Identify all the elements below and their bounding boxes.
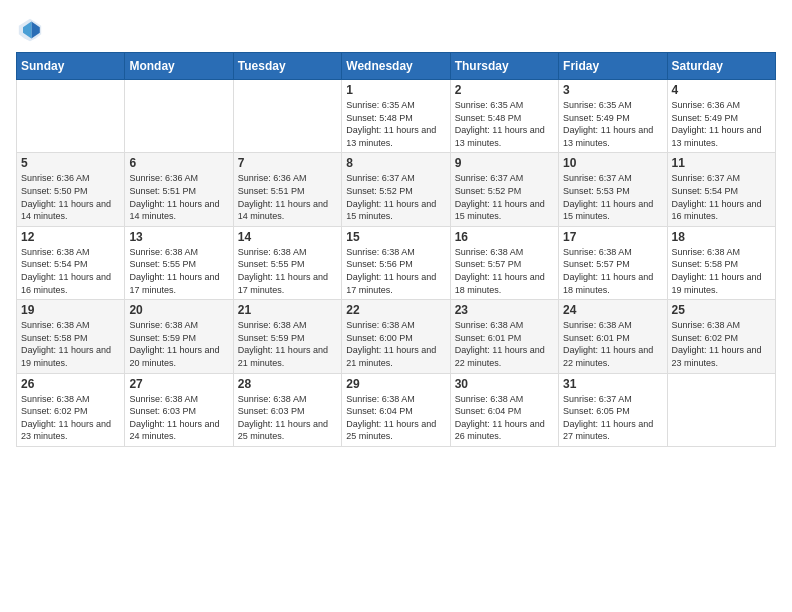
day-info: Sunrise: 6:38 AMSunset: 5:58 PMDaylight:… <box>21 319 120 369</box>
calendar-cell <box>667 373 775 446</box>
calendar-week-row: 1Sunrise: 6:35 AMSunset: 5:48 PMDaylight… <box>17 80 776 153</box>
day-info: Sunrise: 6:38 AMSunset: 5:58 PMDaylight:… <box>672 246 771 296</box>
day-number: 21 <box>238 303 337 317</box>
day-info: Sunrise: 6:36 AMSunset: 5:49 PMDaylight:… <box>672 99 771 149</box>
day-info: Sunrise: 6:37 AMSunset: 5:52 PMDaylight:… <box>346 172 445 222</box>
calendar-cell: 15Sunrise: 6:38 AMSunset: 5:56 PMDayligh… <box>342 226 450 299</box>
day-info: Sunrise: 6:38 AMSunset: 6:04 PMDaylight:… <box>346 393 445 443</box>
calendar-cell: 23Sunrise: 6:38 AMSunset: 6:01 PMDayligh… <box>450 300 558 373</box>
page-header <box>16 16 776 44</box>
day-info: Sunrise: 6:38 AMSunset: 5:54 PMDaylight:… <box>21 246 120 296</box>
calendar-cell: 29Sunrise: 6:38 AMSunset: 6:04 PMDayligh… <box>342 373 450 446</box>
calendar-table: SundayMondayTuesdayWednesdayThursdayFrid… <box>16 52 776 447</box>
day-info: Sunrise: 6:37 AMSunset: 5:52 PMDaylight:… <box>455 172 554 222</box>
day-header-sunday: Sunday <box>17 53 125 80</box>
day-info: Sunrise: 6:38 AMSunset: 5:56 PMDaylight:… <box>346 246 445 296</box>
day-info: Sunrise: 6:37 AMSunset: 5:53 PMDaylight:… <box>563 172 662 222</box>
day-number: 18 <box>672 230 771 244</box>
calendar-week-row: 19Sunrise: 6:38 AMSunset: 5:58 PMDayligh… <box>17 300 776 373</box>
day-info: Sunrise: 6:38 AMSunset: 6:02 PMDaylight:… <box>21 393 120 443</box>
calendar-cell: 30Sunrise: 6:38 AMSunset: 6:04 PMDayligh… <box>450 373 558 446</box>
day-header-wednesday: Wednesday <box>342 53 450 80</box>
day-number: 6 <box>129 156 228 170</box>
day-number: 23 <box>455 303 554 317</box>
calendar-cell: 5Sunrise: 6:36 AMSunset: 5:50 PMDaylight… <box>17 153 125 226</box>
calendar-cell: 19Sunrise: 6:38 AMSunset: 5:58 PMDayligh… <box>17 300 125 373</box>
day-info: Sunrise: 6:38 AMSunset: 6:01 PMDaylight:… <box>563 319 662 369</box>
day-info: Sunrise: 6:35 AMSunset: 5:48 PMDaylight:… <box>455 99 554 149</box>
calendar-cell: 24Sunrise: 6:38 AMSunset: 6:01 PMDayligh… <box>559 300 667 373</box>
calendar-cell <box>233 80 341 153</box>
calendar-cell: 8Sunrise: 6:37 AMSunset: 5:52 PMDaylight… <box>342 153 450 226</box>
calendar-cell: 31Sunrise: 6:37 AMSunset: 6:05 PMDayligh… <box>559 373 667 446</box>
day-number: 5 <box>21 156 120 170</box>
day-header-tuesday: Tuesday <box>233 53 341 80</box>
day-number: 4 <box>672 83 771 97</box>
calendar-cell: 9Sunrise: 6:37 AMSunset: 5:52 PMDaylight… <box>450 153 558 226</box>
day-info: Sunrise: 6:36 AMSunset: 5:50 PMDaylight:… <box>21 172 120 222</box>
logo-icon <box>16 16 44 44</box>
day-header-thursday: Thursday <box>450 53 558 80</box>
day-number: 2 <box>455 83 554 97</box>
calendar-cell <box>17 80 125 153</box>
calendar-cell: 13Sunrise: 6:38 AMSunset: 5:55 PMDayligh… <box>125 226 233 299</box>
day-info: Sunrise: 6:36 AMSunset: 5:51 PMDaylight:… <box>129 172 228 222</box>
day-number: 17 <box>563 230 662 244</box>
calendar-header-row: SundayMondayTuesdayWednesdayThursdayFrid… <box>17 53 776 80</box>
day-info: Sunrise: 6:38 AMSunset: 6:01 PMDaylight:… <box>455 319 554 369</box>
calendar-cell <box>125 80 233 153</box>
day-number: 25 <box>672 303 771 317</box>
calendar-cell: 6Sunrise: 6:36 AMSunset: 5:51 PMDaylight… <box>125 153 233 226</box>
day-header-friday: Friday <box>559 53 667 80</box>
calendar-cell: 4Sunrise: 6:36 AMSunset: 5:49 PMDaylight… <box>667 80 775 153</box>
calendar-cell: 22Sunrise: 6:38 AMSunset: 6:00 PMDayligh… <box>342 300 450 373</box>
logo <box>16 16 48 44</box>
calendar-cell: 14Sunrise: 6:38 AMSunset: 5:55 PMDayligh… <box>233 226 341 299</box>
day-info: Sunrise: 6:38 AMSunset: 5:55 PMDaylight:… <box>238 246 337 296</box>
day-number: 31 <box>563 377 662 391</box>
day-info: Sunrise: 6:38 AMSunset: 5:59 PMDaylight:… <box>129 319 228 369</box>
day-number: 20 <box>129 303 228 317</box>
calendar-cell: 16Sunrise: 6:38 AMSunset: 5:57 PMDayligh… <box>450 226 558 299</box>
day-info: Sunrise: 6:35 AMSunset: 5:49 PMDaylight:… <box>563 99 662 149</box>
calendar-cell: 25Sunrise: 6:38 AMSunset: 6:02 PMDayligh… <box>667 300 775 373</box>
day-number: 24 <box>563 303 662 317</box>
day-number: 15 <box>346 230 445 244</box>
day-info: Sunrise: 6:38 AMSunset: 6:03 PMDaylight:… <box>238 393 337 443</box>
day-number: 30 <box>455 377 554 391</box>
calendar-cell: 12Sunrise: 6:38 AMSunset: 5:54 PMDayligh… <box>17 226 125 299</box>
calendar-week-row: 5Sunrise: 6:36 AMSunset: 5:50 PMDaylight… <box>17 153 776 226</box>
calendar-cell: 26Sunrise: 6:38 AMSunset: 6:02 PMDayligh… <box>17 373 125 446</box>
day-info: Sunrise: 6:38 AMSunset: 5:59 PMDaylight:… <box>238 319 337 369</box>
day-number: 3 <box>563 83 662 97</box>
day-info: Sunrise: 6:37 AMSunset: 5:54 PMDaylight:… <box>672 172 771 222</box>
day-info: Sunrise: 6:37 AMSunset: 6:05 PMDaylight:… <box>563 393 662 443</box>
day-number: 11 <box>672 156 771 170</box>
calendar-cell: 21Sunrise: 6:38 AMSunset: 5:59 PMDayligh… <box>233 300 341 373</box>
calendar-cell: 10Sunrise: 6:37 AMSunset: 5:53 PMDayligh… <box>559 153 667 226</box>
calendar-cell: 18Sunrise: 6:38 AMSunset: 5:58 PMDayligh… <box>667 226 775 299</box>
day-number: 9 <box>455 156 554 170</box>
day-info: Sunrise: 6:36 AMSunset: 5:51 PMDaylight:… <box>238 172 337 222</box>
day-info: Sunrise: 6:38 AMSunset: 6:03 PMDaylight:… <box>129 393 228 443</box>
day-number: 10 <box>563 156 662 170</box>
calendar-cell: 28Sunrise: 6:38 AMSunset: 6:03 PMDayligh… <box>233 373 341 446</box>
day-number: 8 <box>346 156 445 170</box>
calendar-cell: 3Sunrise: 6:35 AMSunset: 5:49 PMDaylight… <box>559 80 667 153</box>
day-number: 13 <box>129 230 228 244</box>
calendar-cell: 2Sunrise: 6:35 AMSunset: 5:48 PMDaylight… <box>450 80 558 153</box>
day-header-monday: Monday <box>125 53 233 80</box>
day-header-saturday: Saturday <box>667 53 775 80</box>
day-number: 22 <box>346 303 445 317</box>
calendar-cell: 27Sunrise: 6:38 AMSunset: 6:03 PMDayligh… <box>125 373 233 446</box>
calendar-cell: 17Sunrise: 6:38 AMSunset: 5:57 PMDayligh… <box>559 226 667 299</box>
calendar-week-row: 26Sunrise: 6:38 AMSunset: 6:02 PMDayligh… <box>17 373 776 446</box>
calendar-cell: 20Sunrise: 6:38 AMSunset: 5:59 PMDayligh… <box>125 300 233 373</box>
calendar-week-row: 12Sunrise: 6:38 AMSunset: 5:54 PMDayligh… <box>17 226 776 299</box>
day-info: Sunrise: 6:35 AMSunset: 5:48 PMDaylight:… <box>346 99 445 149</box>
calendar-cell: 11Sunrise: 6:37 AMSunset: 5:54 PMDayligh… <box>667 153 775 226</box>
day-number: 12 <box>21 230 120 244</box>
day-number: 1 <box>346 83 445 97</box>
day-info: Sunrise: 6:38 AMSunset: 5:57 PMDaylight:… <box>563 246 662 296</box>
day-number: 19 <box>21 303 120 317</box>
